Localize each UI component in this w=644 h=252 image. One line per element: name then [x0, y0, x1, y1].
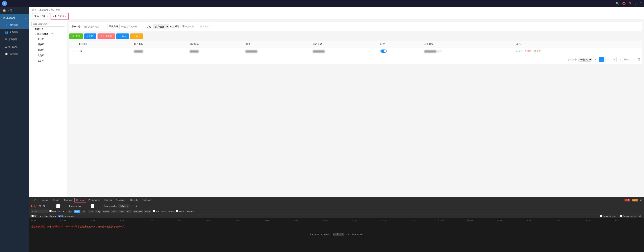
delete-link[interactable]: 🗑 删除 [525, 50, 532, 52]
devtools-icon-menu[interactable]: ⋮ [31, 199, 33, 202]
filter-chip-all[interactable]: All [68, 210, 72, 213]
dept-search-input[interactable] [32, 22, 65, 26]
blocked-requests-label[interactable]: Blocked Requests [176, 210, 196, 213]
devtools-tab-memory[interactable]: Memory [102, 198, 114, 203]
sidebar-item-role[interactable]: 👥 角色管理 [0, 29, 29, 36]
sidebar-item-home[interactable]: 🏠 首页 [0, 7, 29, 14]
filter-chip-media[interactable]: Media [102, 210, 110, 213]
tree-node-dept[interactable]: ▼ 机组特性项目部 专业组 [34, 31, 65, 64]
github-icon[interactable]: ⭕ [622, 2, 626, 5]
filter-chip-ws[interactable]: WS [126, 210, 132, 213]
tree-node-impl[interactable]: 实施组 [37, 53, 65, 58]
hide-data-urls-checkbox[interactable] [49, 210, 52, 212]
filter-chip-other[interactable]: Other [144, 210, 152, 213]
devtools-icon-dock[interactable]: ⊡ [34, 199, 36, 202]
settings-icon[interactable]: ⚙ [640, 199, 642, 202]
tab-indicator-group[interactable]: 指标用户组 × [32, 13, 50, 19]
clear-button[interactable]: 🚫 [34, 204, 38, 208]
hide-data-urls-label[interactable]: Hide data URLs [49, 210, 67, 213]
breadcrumb-home[interactable]: 首页 [32, 8, 36, 11]
filter-chip-doc[interactable]: Doc [119, 210, 124, 213]
tree-node-rd[interactable]: 研发组 [37, 42, 65, 47]
sidebar-item-menu[interactable]: ☰ 菜单管理 [0, 36, 29, 43]
filter-chip-font[interactable]: Font [111, 210, 118, 213]
group-by-frame-checkbox[interactable] [600, 215, 602, 217]
filter-chip-img[interactable]: Img [95, 210, 101, 213]
tree-node-test[interactable]: 测试组 [37, 47, 65, 53]
page-btn-1[interactable]: 1 [599, 57, 604, 62]
tree-node-root[interactable]: ▼ 奔腾时代 ▼ 机组特性项目部 专业组 [32, 26, 65, 65]
sidebar-item-system[interactable]: ⚙ 系统管理 ▲ [0, 14, 29, 21]
tab-close-1[interactable]: × [46, 15, 48, 17]
devtools-tab-lighthouse[interactable]: Lighthouse [140, 198, 154, 203]
filter-chip-css[interactable]: CSS [88, 210, 94, 213]
status-select[interactable]: 用户状态 [152, 24, 169, 29]
record-button[interactable] [31, 205, 32, 207]
devtools-tab-console[interactable]: Console [50, 198, 62, 203]
disable-cache-checkbox[interactable] [82, 204, 103, 208]
fullscreen-icon[interactable]: ⛶ [635, 2, 638, 5]
select-all-checkbox[interactable] [72, 43, 74, 45]
preserve-log-checkbox[interactable] [48, 204, 68, 208]
user-avatar-icon[interactable]: T [640, 2, 642, 5]
sidebar-item-user[interactable]: 👤 用户管理 [0, 21, 29, 29]
tree-node-pro[interactable]: 专业组 [37, 36, 65, 42]
prev-page-btn[interactable]: ‹ [593, 57, 598, 62]
devtools-tab-network[interactable]: Network [74, 198, 86, 203]
next-page-btn[interactable]: › [618, 57, 623, 62]
tab-label-2: 用户管理 [55, 15, 64, 18]
batch-delete-button[interactable]: 🗑 批量删除 [98, 33, 115, 39]
phone-input[interactable] [120, 24, 145, 29]
row-checkbox[interactable] [72, 50, 74, 52]
query-button[interactable]: 🔍 查询 [70, 33, 83, 39]
disable-cache-label[interactable]: Disable cache [82, 204, 116, 208]
devtools-tab-application[interactable]: Application [114, 198, 128, 203]
filter-chip-js[interactable]: JS [82, 210, 86, 213]
tab-user-management[interactable]: 用户管理 × [50, 13, 68, 19]
devtools-tab-security[interactable]: Security [128, 198, 140, 203]
devtools-tab-sources[interactable]: Sources [62, 198, 74, 203]
sidebar-item-dept[interactable]: ⊞ 部门管理 [0, 43, 29, 50]
network-filter-input[interactable] [31, 210, 48, 213]
filter-icon[interactable]: ▽ [39, 204, 42, 208]
filter-chip-xhr[interactable]: XHR [74, 210, 80, 213]
devtools-tab-elements[interactable]: Elements [38, 198, 50, 203]
page-btn-3[interactable]: 3 [612, 57, 616, 62]
search-network-button[interactable]: 🔍 [43, 204, 46, 208]
devtools-tab-performance[interactable]: Performance [86, 198, 102, 203]
status-toggle[interactable] [380, 49, 387, 53]
download-har-button[interactable]: ⬇ [135, 204, 138, 208]
blocked-requests-checkbox[interactable] [176, 210, 178, 212]
per-page-select[interactable]: 10条/页 [578, 58, 592, 62]
throttle-select[interactable]: Online [118, 204, 129, 208]
show-overview-checkbox[interactable] [58, 215, 60, 217]
page-btn-2[interactable]: 2 [606, 57, 610, 62]
large-rows-checkbox[interactable] [32, 215, 34, 217]
has-blocked-label[interactable]: Has blocked cookies [153, 210, 174, 213]
upload-har-button[interactable]: ⬆ [131, 204, 134, 208]
has-blocked-checkbox[interactable] [153, 210, 155, 212]
add-button[interactable]: + 新增 [84, 33, 96, 39]
goto-input[interactable] [630, 58, 636, 61]
filter-chip-manifest[interactable]: Manifest [133, 210, 143, 213]
edit-link[interactable]: ✏ 修改 [516, 50, 523, 52]
sidebar-item-position[interactable]: 📋 岗位管理 [0, 50, 29, 58]
tree-node-other[interactable]: 其它组 [37, 58, 65, 64]
search-icon[interactable]: 🔍 [616, 2, 620, 5]
username-input[interactable] [82, 24, 108, 29]
tick-75ms: 75 ms [438, 220, 468, 222]
reset-link[interactable]: 🔄 重置 [534, 50, 541, 52]
group-by-frame-label[interactable]: Group by frame [600, 215, 617, 217]
end-date-picker[interactable]: 结束日期 [199, 24, 210, 29]
show-overview-label[interactable]: Show overview [58, 215, 75, 217]
breadcrumb-system[interactable]: 系统管理 [39, 8, 48, 11]
capture-screenshots-label[interactable]: Capture screenshots [620, 215, 642, 217]
preserve-log-label[interactable]: Preserve log [48, 204, 81, 208]
capture-screenshots-checkbox[interactable] [620, 215, 622, 217]
tab-close-2[interactable]: × [65, 15, 66, 17]
help-icon[interactable]: ❓ [628, 2, 632, 5]
start-date-picker[interactable]: 📅 开始日期 [180, 24, 195, 29]
import-button[interactable]: ⬆ 导入 [116, 33, 129, 39]
export-button[interactable]: ⬇ 导出 [130, 33, 143, 39]
large-rows-label[interactable]: Use large request rows [32, 215, 56, 217]
